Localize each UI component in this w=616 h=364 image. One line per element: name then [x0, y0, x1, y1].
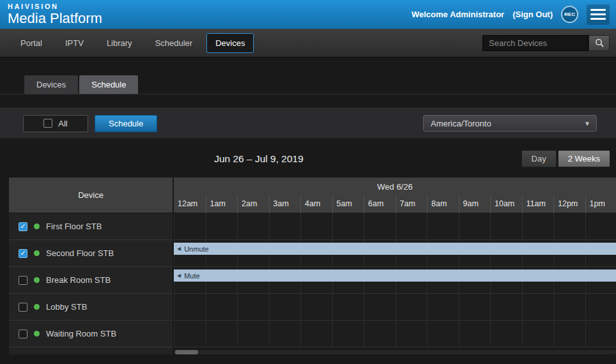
- device-checkbox[interactable]: [19, 222, 27, 231]
- header-right: Welcome Administrator (Sign Out) REC: [412, 4, 610, 25]
- time-label: 8am: [427, 195, 459, 213]
- nav-items: Portal IPTV Library Scheduler Devices: [12, 33, 254, 53]
- time-label: 1am: [206, 195, 238, 213]
- time-label: 2am: [237, 195, 269, 213]
- device-row[interactable]: Waiting Room STB: [9, 321, 173, 347]
- time-label: 3am: [269, 195, 301, 213]
- search-input[interactable]: [482, 35, 589, 51]
- event-label: Mute: [184, 272, 199, 280]
- time-label: 12pm: [553, 195, 585, 213]
- select-all-checkbox[interactable]: [43, 119, 52, 128]
- time-label: 1pm: [585, 195, 616, 213]
- device-checkbox[interactable]: [19, 330, 27, 338]
- horizontal-scrollbar[interactable]: [174, 350, 616, 354]
- device-row[interactable]: Break Room STB: [9, 267, 173, 294]
- timeline-row[interactable]: ◀ Mute: [174, 267, 616, 294]
- date-range-title: Jun 26 – Jul 9, 2019: [0, 150, 518, 168]
- timeline: Wed 6/26 12am 1am 2am 3am 4am 5am 6am 7a…: [174, 178, 616, 354]
- day-view-button[interactable]: Day: [521, 150, 557, 167]
- timeline-header: Wed 6/26 12am 1am 2am 3am 4am 5am 6am 7a…: [174, 178, 616, 213]
- time-label: 7am: [396, 195, 427, 213]
- time-label: 11am: [522, 195, 554, 213]
- device-name: Lobby STB: [46, 302, 87, 312]
- device-column-header: Device: [9, 178, 173, 213]
- rec-status-badge[interactable]: REC: [561, 6, 578, 23]
- device-name: Second Floor STB: [46, 248, 114, 258]
- day-header: Wed 6/26: [174, 178, 616, 195]
- device-name: First Floor STB: [46, 222, 102, 231]
- main-nav: Portal IPTV Library Scheduler Devices: [0, 29, 616, 57]
- online-status-icon: [34, 224, 40, 229]
- nav-item-iptv[interactable]: IPTV: [56, 33, 93, 53]
- nav-item-scheduler[interactable]: Scheduler: [146, 33, 202, 53]
- scrollbar-thumb[interactable]: [175, 350, 198, 354]
- brand-name: HAIVISION: [8, 3, 102, 10]
- online-status-icon: [34, 250, 40, 256]
- top-header: HAIVISION Media Platform Welcome Adminis…: [0, 0, 616, 29]
- view-switcher: Day 2 Weeks: [521, 150, 610, 167]
- device-checkbox[interactable]: [19, 276, 27, 285]
- nav-item-portal[interactable]: Portal: [12, 33, 51, 53]
- schedule-toolbar: All Schedule America/Toronto ▼: [0, 108, 616, 139]
- device-checkbox[interactable]: [19, 249, 27, 258]
- speaker-muted-icon: ◀: [177, 273, 181, 278]
- schedule-button[interactable]: Schedule: [95, 115, 157, 132]
- device-row[interactable]: Second Floor STB: [9, 240, 173, 267]
- online-status-icon: [34, 331, 40, 337]
- date-row: Jun 26 – Jul 9, 2019 Day 2 Weeks: [0, 150, 616, 168]
- time-labels-row: 12am 1am 2am 3am 4am 5am 6am 7am 8am 9am…: [174, 195, 616, 213]
- timezone-dropdown[interactable]: America/Toronto ▼: [423, 115, 597, 132]
- schedule-grid: Device First Floor STB Second Floor STB …: [9, 178, 616, 354]
- event-bar-mute[interactable]: ◀ Mute: [174, 269, 616, 282]
- search-box: [482, 35, 610, 51]
- timeline-row[interactable]: [174, 321, 616, 347]
- brand-logo: HAIVISION Media Platform: [8, 3, 102, 26]
- time-label: 5am: [332, 195, 364, 213]
- event-bar-unmute[interactable]: ◀ Unmute: [174, 243, 616, 255]
- speaker-icon: ◀: [177, 246, 181, 252]
- chevron-down-icon: ▼: [584, 120, 590, 127]
- device-column: Device First Floor STB Second Floor STB …: [9, 178, 173, 354]
- device-name: Waiting Room STB: [46, 329, 116, 338]
- menu-hamburger-icon[interactable]: [587, 4, 610, 25]
- online-status-icon: [34, 304, 40, 310]
- tab-devices[interactable]: Devices: [24, 75, 78, 94]
- device-checkbox[interactable]: [19, 303, 27, 312]
- nav-item-devices[interactable]: Devices: [206, 33, 254, 53]
- timeline-row[interactable]: ◀ Unmute: [174, 240, 616, 267]
- timeline-row[interactable]: [174, 213, 616, 240]
- time-label: 9am: [459, 195, 491, 213]
- welcome-text: Welcome Administrator: [412, 10, 504, 19]
- two-weeks-view-button[interactable]: 2 Weeks: [558, 150, 610, 167]
- timezone-selected-value: America/Toronto: [431, 119, 491, 128]
- online-status-icon: [34, 277, 40, 283]
- event-label: Unmute: [184, 245, 209, 253]
- select-all-button[interactable]: All: [23, 115, 88, 132]
- brand-product: Media Platform: [8, 11, 102, 26]
- sign-out-link[interactable]: (Sign Out): [512, 10, 553, 19]
- search-button[interactable]: [589, 35, 610, 51]
- nav-item-library[interactable]: Library: [98, 33, 141, 53]
- device-name: Break Room STB: [46, 275, 111, 285]
- search-icon: [595, 38, 604, 47]
- sub-tabs: Devices Schedule: [0, 75, 616, 95]
- time-label: 10am: [490, 195, 522, 213]
- select-all-label: All: [58, 119, 67, 128]
- timeline-row[interactable]: [174, 294, 616, 321]
- time-label: 12am: [174, 195, 206, 213]
- device-row[interactable]: First Floor STB: [9, 213, 173, 240]
- timeline-body: ◀ Unmute ◀ Mute: [174, 213, 616, 347]
- tab-schedule[interactable]: Schedule: [79, 75, 138, 94]
- time-label: 4am: [300, 195, 332, 213]
- device-row[interactable]: Lobby STB: [9, 294, 173, 321]
- time-label: 6am: [364, 195, 396, 213]
